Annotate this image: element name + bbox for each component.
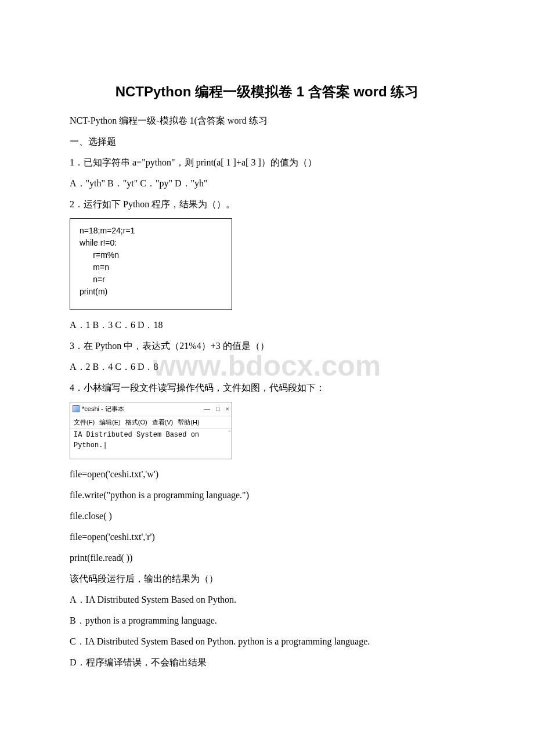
section-heading: 一、选择题 [70,135,464,149]
q4-code-line-2: file.write("python is a programming lang… [70,488,464,502]
q4-option-a: A．IA Distributed System Based on Python. [70,593,464,607]
q4-option-b: B．python is a programming language. [70,614,464,628]
notepad-content: IA Distributed System Based on Python.| … [70,429,232,459]
notepad-text: IA Distributed System Based on Python.| [74,431,199,449]
q4-code-line-5: print(file.read( )) [70,551,464,565]
document-content: NCTPython 编程一级模拟卷 1 含答案 word 练习 NCT-Pyth… [70,81,464,669]
scroll-up-icon: ⌃ [228,430,231,438]
notepad-titlebar: *ceshi - 记事本 — □ × [70,402,232,416]
q4-option-c: C．IA Distributed System Based on Python.… [70,635,464,649]
notepad-title-text: *ceshi - 记事本 [82,404,204,414]
minimize-icon: — [204,404,210,414]
close-icon: × [226,404,229,414]
page-title: NCTPython 编程一级模拟卷 1 含答案 word 练习 [70,81,464,102]
notepad-icon [73,405,80,412]
question-3: 3．在 Python 中，表达式（21%4）+3 的值是（） [70,339,464,353]
subtitle: NCT-Python 编程一级-模拟卷 1(含答案 word 练习 [70,114,464,128]
menu-view: 查看(V) [152,417,174,427]
menu-edit: 编辑(E) [99,417,121,427]
menu-file: 文件(F) [74,417,95,427]
question-2-code: n=18;m=24;r=1 while r!=0: r=m%n m=n n=r … [70,218,232,310]
q4-code-line-3: file.close( ) [70,509,464,523]
q4-code-line-4: file=open('ceshi.txt','r') [70,530,464,544]
maximize-icon: □ [216,404,220,414]
notepad-window: *ceshi - 记事本 — □ × 文件(F) 编辑(E) 格式(O) 查看(… [70,402,232,459]
question-1-options: A．"yth" B．"yt" C．"py" D．"yh" [70,177,464,190]
menu-help: 帮助(H) [178,417,199,427]
question-2-options: A．1 B．3 C．6 D．18 [70,318,464,332]
question-1: 1．已知字符串 a="python"，则 print(a[ 1 ]+a[ 3 ]… [70,156,464,170]
menu-format: 格式(O) [125,417,147,427]
q4-code-line-1: file=open('ceshi.txt','w') [70,467,464,481]
question-2: 2．运行如下 Python 程序，结果为（）。 [70,197,464,211]
q4-option-d: D．程序编译错误，不会输出结果 [70,656,464,669]
notepad-menu: 文件(F) 编辑(E) 格式(O) 查看(V) 帮助(H) [70,416,232,429]
question-3-options: A．2 B．4 C．6 D．8 [70,360,464,374]
q4-prompt: 该代码段运行后，输出的结果为（） [70,572,464,586]
question-4: 4．小林编写一段文件读写操作代码，文件如图，代码段如下： [70,381,464,395]
